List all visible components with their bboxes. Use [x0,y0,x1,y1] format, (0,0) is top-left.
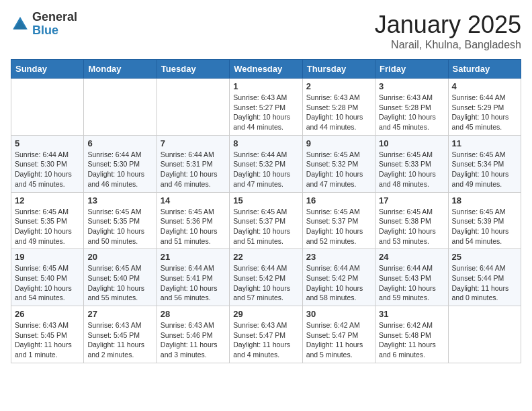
day-number: 17 [379,195,444,205]
column-header-saturday: Saturday [448,60,521,79]
calendar-cell: 2Sunrise: 6:43 AM Sunset: 5:28 PM Daylig… [302,79,375,136]
day-number: 24 [379,252,444,262]
day-number: 25 [452,252,517,262]
calendar-cell [157,79,229,136]
calendar-cell: 19Sunrise: 6:45 AM Sunset: 5:40 PM Dayli… [11,249,84,306]
day-number: 31 [379,309,444,319]
calendar-cell: 1Sunrise: 6:43 AM Sunset: 5:27 PM Daylig… [230,79,302,136]
day-info: Sunrise: 6:45 AM Sunset: 5:35 PM Dayligh… [87,207,152,246]
calendar-week-4: 19Sunrise: 6:45 AM Sunset: 5:40 PM Dayli… [11,249,521,306]
day-number: 21 [161,252,226,262]
calendar-cell: 18Sunrise: 6:45 AM Sunset: 5:39 PM Dayli… [448,192,521,249]
calendar-week-2: 5Sunrise: 6:44 AM Sunset: 5:30 PM Daylig… [11,135,521,192]
day-info: Sunrise: 6:43 AM Sunset: 5:46 PM Dayligh… [161,320,226,360]
day-info: Sunrise: 6:43 AM Sunset: 5:28 PM Dayligh… [379,93,444,132]
day-info: Sunrise: 6:42 AM Sunset: 5:47 PM Dayligh… [306,320,371,360]
day-number: 13 [87,195,152,205]
day-number: 18 [452,195,517,205]
column-header-tuesday: Tuesday [157,60,229,79]
calendar-table: SundayMondayTuesdayWednesdayThursdayFrid… [11,59,521,363]
day-info: Sunrise: 6:44 AM Sunset: 5:30 PM Dayligh… [15,150,80,189]
day-number: 4 [452,81,517,91]
logo-blue-text: Blue [32,24,77,38]
calendar-cell: 20Sunrise: 6:45 AM Sunset: 5:40 PM Dayli… [84,249,157,306]
day-number: 14 [161,195,226,205]
day-info: Sunrise: 6:45 AM Sunset: 5:33 PM Dayligh… [379,150,444,189]
location-subtitle: Narail, Khulna, Bangladesh [375,39,521,51]
calendar-cell: 25Sunrise: 6:44 AM Sunset: 5:44 PM Dayli… [448,249,521,306]
logo-text: General Blue [32,11,77,38]
calendar-cell: 17Sunrise: 6:45 AM Sunset: 5:38 PM Dayli… [375,192,448,249]
day-info: Sunrise: 6:42 AM Sunset: 5:48 PM Dayligh… [379,320,444,360]
day-info: Sunrise: 6:43 AM Sunset: 5:45 PM Dayligh… [87,320,152,360]
day-info: Sunrise: 6:45 AM Sunset: 5:37 PM Dayligh… [306,207,371,246]
day-info: Sunrise: 6:43 AM Sunset: 5:28 PM Dayligh… [306,93,371,132]
calendar-cell: 13Sunrise: 6:45 AM Sunset: 5:35 PM Dayli… [84,192,157,249]
calendar-cell: 29Sunrise: 6:43 AM Sunset: 5:47 PM Dayli… [230,306,302,363]
day-info: Sunrise: 6:45 AM Sunset: 5:37 PM Dayligh… [233,207,298,246]
day-number: 5 [15,138,80,148]
day-info: Sunrise: 6:45 AM Sunset: 5:40 PM Dayligh… [15,263,80,303]
day-info: Sunrise: 6:45 AM Sunset: 5:35 PM Dayligh… [15,207,80,246]
calendar-cell: 3Sunrise: 6:43 AM Sunset: 5:28 PM Daylig… [375,79,448,136]
column-header-thursday: Thursday [302,60,375,79]
calendar-cell: 10Sunrise: 6:45 AM Sunset: 5:33 PM Dayli… [375,135,448,192]
day-number: 16 [306,195,371,205]
day-info: Sunrise: 6:44 AM Sunset: 5:29 PM Dayligh… [452,93,517,132]
calendar-cell [84,79,157,136]
day-number: 1 [233,81,298,91]
day-info: Sunrise: 6:44 AM Sunset: 5:44 PM Dayligh… [452,263,517,303]
day-number: 29 [233,309,298,319]
calendar-cell: 31Sunrise: 6:42 AM Sunset: 5:48 PM Dayli… [375,306,448,363]
day-number: 3 [379,81,444,91]
calendar-cell: 14Sunrise: 6:45 AM Sunset: 5:36 PM Dayli… [157,192,229,249]
day-number: 28 [161,309,226,319]
day-info: Sunrise: 6:43 AM Sunset: 5:27 PM Dayligh… [233,93,298,132]
calendar-cell: 15Sunrise: 6:45 AM Sunset: 5:37 PM Dayli… [230,192,302,249]
calendar-cell: 9Sunrise: 6:45 AM Sunset: 5:32 PM Daylig… [302,135,375,192]
day-info: Sunrise: 6:45 AM Sunset: 5:40 PM Dayligh… [87,263,152,303]
column-header-friday: Friday [375,60,448,79]
day-info: Sunrise: 6:45 AM Sunset: 5:38 PM Dayligh… [379,207,444,246]
calendar-cell: 5Sunrise: 6:44 AM Sunset: 5:30 PM Daylig… [11,135,84,192]
calendar-cell: 7Sunrise: 6:44 AM Sunset: 5:31 PM Daylig… [157,135,229,192]
day-number: 12 [15,195,80,205]
day-info: Sunrise: 6:44 AM Sunset: 5:31 PM Dayligh… [161,150,226,189]
calendar-cell: 8Sunrise: 6:44 AM Sunset: 5:32 PM Daylig… [230,135,302,192]
calendar-cell [11,79,84,136]
day-number: 26 [15,309,80,319]
column-header-wednesday: Wednesday [230,60,302,79]
logo-icon [11,15,30,34]
calendar-header-row: SundayMondayTuesdayWednesdayThursdayFrid… [11,60,521,79]
day-number: 30 [306,309,371,319]
day-info: Sunrise: 6:44 AM Sunset: 5:30 PM Dayligh… [87,150,152,189]
calendar-cell: 27Sunrise: 6:43 AM Sunset: 5:45 PM Dayli… [84,306,157,363]
day-number: 6 [87,138,152,148]
day-info: Sunrise: 6:45 AM Sunset: 5:39 PM Dayligh… [452,207,517,246]
calendar-cell: 4Sunrise: 6:44 AM Sunset: 5:29 PM Daylig… [448,79,521,136]
day-info: Sunrise: 6:44 AM Sunset: 5:42 PM Dayligh… [233,263,298,303]
calendar-cell: 6Sunrise: 6:44 AM Sunset: 5:30 PM Daylig… [84,135,157,192]
day-info: Sunrise: 6:43 AM Sunset: 5:47 PM Dayligh… [233,320,298,360]
calendar-week-1: 1Sunrise: 6:43 AM Sunset: 5:27 PM Daylig… [11,79,521,136]
day-number: 19 [15,252,80,262]
day-number: 20 [87,252,152,262]
day-info: Sunrise: 6:44 AM Sunset: 5:43 PM Dayligh… [379,263,444,303]
calendar-cell: 23Sunrise: 6:44 AM Sunset: 5:42 PM Dayli… [302,249,375,306]
page-header: General Blue January 2025 Narail, Khulna… [11,11,521,51]
day-info: Sunrise: 6:44 AM Sunset: 5:42 PM Dayligh… [306,263,371,303]
calendar-cell: 11Sunrise: 6:45 AM Sunset: 5:34 PM Dayli… [448,135,521,192]
day-info: Sunrise: 6:43 AM Sunset: 5:45 PM Dayligh… [15,320,80,360]
logo: General Blue [11,11,77,38]
day-number: 10 [379,138,444,148]
calendar-cell: 28Sunrise: 6:43 AM Sunset: 5:46 PM Dayli… [157,306,229,363]
calendar-cell: 21Sunrise: 6:44 AM Sunset: 5:41 PM Dayli… [157,249,229,306]
calendar-cell: 24Sunrise: 6:44 AM Sunset: 5:43 PM Dayli… [375,249,448,306]
calendar-cell: 30Sunrise: 6:42 AM Sunset: 5:47 PM Dayli… [302,306,375,363]
calendar-cell: 16Sunrise: 6:45 AM Sunset: 5:37 PM Dayli… [302,192,375,249]
day-number: 22 [233,252,298,262]
calendar-week-5: 26Sunrise: 6:43 AM Sunset: 5:45 PM Dayli… [11,306,521,363]
day-number: 8 [233,138,298,148]
month-title: January 2025 [375,11,521,39]
day-info: Sunrise: 6:45 AM Sunset: 5:32 PM Dayligh… [306,150,371,189]
